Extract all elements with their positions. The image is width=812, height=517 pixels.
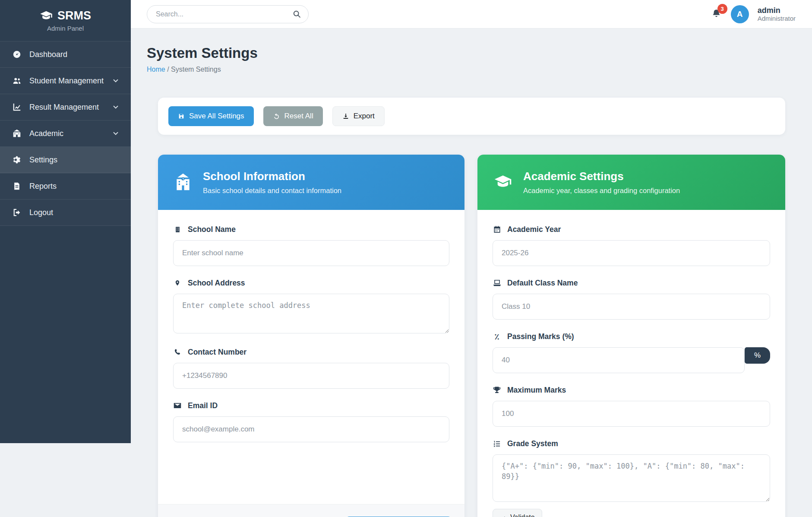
brand: SRMS Admin Panel — [0, 0, 131, 41]
save-all-settings-button[interactable]: Save All Settings — [168, 106, 254, 126]
default-class-field: Default Class Name — [493, 278, 770, 320]
chevron-down-icon — [112, 130, 120, 137]
academic-card-title: Academic Settings — [523, 170, 680, 183]
academic-settings-card: Academic Settings Academic year, classes… — [477, 155, 785, 517]
building-icon — [173, 225, 182, 234]
list-ol-icon — [493, 440, 501, 447]
breadcrumb-separator: / — [167, 66, 169, 73]
chevron-down-icon — [112, 103, 120, 111]
undo-icon — [273, 113, 280, 120]
calendar-icon — [493, 225, 501, 233]
sidebar-item-label: Academic — [29, 129, 63, 138]
sidebar-item-dashboard[interactable]: Dashboard — [0, 41, 131, 68]
sidebar-item-academic[interactable]: Academic — [0, 121, 131, 147]
school-name-label: School Name — [188, 225, 236, 234]
settings-toolbar: Save All Settings Reset All Export — [158, 98, 785, 135]
envelope-icon — [173, 403, 182, 409]
sidebar-item-label: Student Management — [29, 76, 104, 86]
breadcrumb-current: System Settings — [171, 66, 221, 73]
topbar: 3 A admin Administrator — [131, 0, 812, 29]
user-role: Administrator — [758, 15, 796, 22]
save-icon — [178, 113, 185, 120]
sign-out-icon — [11, 208, 22, 217]
school-card-header: School Information Basic school details … — [158, 155, 464, 210]
contact-number-input[interactable] — [173, 363, 449, 389]
graduation-cap-icon — [493, 173, 513, 191]
passing-marks-label: Passing Marks (%) — [507, 332, 574, 341]
search-bar — [147, 5, 309, 23]
breadcrumb-home-link[interactable]: Home — [147, 66, 165, 73]
users-icon — [11, 76, 22, 86]
percent-addon: % — [745, 347, 770, 364]
brand-subtitle: Admin Panel — [47, 25, 84, 32]
settings-cards: School Information Basic school details … — [158, 155, 785, 517]
grade-system-textarea[interactable] — [493, 454, 770, 502]
sidebar-item-label: Settings — [29, 155, 57, 165]
sidebar-item-reports[interactable]: Reports — [0, 173, 131, 200]
school-name-field: School Name — [173, 225, 449, 266]
school-building-icon — [174, 173, 193, 192]
default-class-input[interactable] — [493, 294, 770, 320]
school-address-field: School Address — [173, 278, 449, 335]
school-card-subtitle: Basic school details and contact informa… — [203, 187, 341, 195]
export-button[interactable]: Export — [332, 106, 385, 126]
sidebar-item-settings[interactable]: Settings — [0, 147, 131, 173]
school-address-textarea[interactable] — [173, 294, 449, 333]
academic-year-field: Academic Year — [493, 225, 770, 266]
sidebar: SRMS Admin Panel Dashboard Student Manag… — [0, 0, 131, 443]
trophy-icon — [493, 386, 501, 394]
percent-icon: ٪ — [493, 332, 501, 342]
passing-marks-input[interactable] — [493, 347, 745, 373]
search-input[interactable] — [156, 10, 292, 18]
contact-number-label: Contact Number — [188, 348, 246, 357]
sidebar-item-label: Dashboard — [29, 50, 67, 59]
school-card-footer: Save General Settings — [158, 504, 464, 517]
sidebar-item-student-management[interactable]: Student Management — [0, 68, 131, 94]
main-content: System Settings Home / System Settings S… — [131, 29, 812, 517]
chevron-down-icon — [112, 77, 120, 85]
avatar[interactable]: A — [731, 5, 749, 23]
graduation-cap-icon — [40, 10, 53, 22]
school-icon — [11, 129, 22, 138]
download-icon — [342, 113, 349, 120]
school-name-input[interactable] — [173, 240, 449, 266]
sidebar-item-logout[interactable]: Logout — [0, 200, 131, 226]
notifications-button[interactable]: 3 — [711, 8, 722, 21]
file-report-icon — [11, 181, 22, 191]
map-pin-icon — [173, 279, 182, 287]
maximum-marks-input[interactable] — [493, 401, 770, 427]
sidebar-item-label: Reports — [29, 182, 57, 191]
school-information-card: School Information Basic school details … — [158, 155, 464, 517]
academic-year-input[interactable] — [493, 240, 770, 266]
grade-system-label: Grade System — [507, 439, 558, 448]
check-icon — [500, 514, 506, 517]
reset-all-button[interactable]: Reset All — [263, 106, 323, 126]
maximum-marks-field: Maximum Marks — [493, 385, 770, 427]
chart-line-icon — [11, 102, 22, 112]
sidebar-item-result-management[interactable]: Result Management — [0, 94, 131, 121]
gear-icon — [11, 155, 22, 165]
notification-badge: 3 — [717, 4, 727, 14]
maximum-marks-label: Maximum Marks — [507, 386, 566, 395]
user-info[interactable]: admin Administrator — [758, 6, 796, 22]
passing-marks-field: ٪ Passing Marks (%) % — [493, 332, 770, 373]
breadcrumb: Home / System Settings — [147, 66, 812, 73]
academic-year-label: Academic Year — [507, 225, 561, 234]
brand-name: SRMS — [57, 9, 91, 22]
email-id-input[interactable] — [173, 416, 449, 442]
avatar-initial: A — [737, 10, 743, 19]
email-id-label: Email ID — [188, 401, 218, 410]
school-card-title: School Information — [203, 170, 341, 183]
phone-icon — [173, 349, 182, 356]
default-class-label: Default Class Name — [507, 279, 578, 288]
search-icon[interactable] — [292, 10, 301, 19]
sidebar-item-label: Result Management — [29, 103, 99, 112]
sidebar-item-label: Logout — [29, 208, 53, 217]
school-address-label: School Address — [188, 279, 245, 288]
validate-button[interactable]: Validate — [493, 509, 542, 517]
academic-card-header: Academic Settings Academic year, classes… — [477, 155, 785, 210]
user-name: admin — [758, 6, 796, 15]
laptop-icon — [493, 279, 501, 286]
academic-card-subtitle: Academic year, classes and grading confi… — [523, 187, 680, 195]
gauge-icon — [11, 50, 22, 59]
